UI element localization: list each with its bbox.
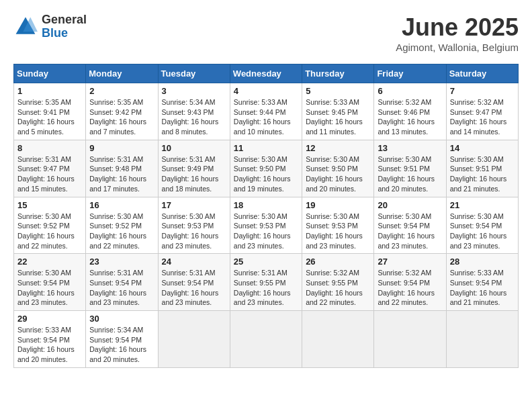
day-info: Sunrise: 5:30 AMSunset: 9:53 PMDaylight:… [234,212,291,250]
day-info: Sunrise: 5:30 AMSunset: 9:52 PMDaylight:… [17,212,75,250]
logo-general: General [42,13,87,27]
day-number: 11 [234,143,298,153]
day-info: Sunrise: 5:32 AMSunset: 9:54 PMDaylight:… [378,269,435,306]
day-info: Sunrise: 5:30 AMSunset: 9:53 PMDaylight:… [162,212,219,250]
calendar-cell: 19 Sunrise: 5:30 AMSunset: 9:53 PMDaylig… [302,197,374,254]
day-info: Sunrise: 5:30 AMSunset: 9:51 PMDaylight:… [450,155,507,193]
day-info: Sunrise: 5:33 AMSunset: 9:54 PMDaylight:… [17,326,75,363]
header-thursday: Thursday [302,64,374,83]
calendar-week-row: 22 Sunrise: 5:30 AMSunset: 9:54 PMDaylig… [14,254,519,311]
day-info: Sunrise: 5:30 AMSunset: 9:53 PMDaylight:… [306,212,363,250]
calendar-cell: 10 Sunrise: 5:31 AMSunset: 9:49 PMDaylig… [158,140,230,197]
calendar-cell: 25 Sunrise: 5:31 AMSunset: 9:55 PMDaylig… [230,254,302,311]
header-saturday: Saturday [446,64,518,83]
day-number: 1 [17,86,82,96]
day-number: 3 [162,86,226,96]
day-info: Sunrise: 5:35 AMSunset: 9:42 PMDaylight:… [89,98,146,136]
day-number: 10 [162,143,226,153]
day-info: Sunrise: 5:31 AMSunset: 9:54 PMDaylight:… [89,269,146,306]
day-info: Sunrise: 5:30 AMSunset: 9:54 PMDaylight:… [17,269,75,306]
day-info: Sunrise: 5:33 AMSunset: 9:54 PMDaylight:… [450,269,507,306]
day-number: 30 [89,314,154,324]
day-number: 14 [450,143,515,153]
calendar-cell: 5 Sunrise: 5:33 AMSunset: 9:45 PMDayligh… [302,83,374,140]
day-info: Sunrise: 5:32 AMSunset: 9:47 PMDaylight:… [450,98,507,136]
day-number: 28 [450,257,515,267]
day-info: Sunrise: 5:30 AMSunset: 9:50 PMDaylight:… [306,155,363,193]
calendar-table: Sunday Monday Tuesday Wednesday Thursday… [13,64,519,368]
day-info: Sunrise: 5:32 AMSunset: 9:55 PMDaylight:… [306,269,363,306]
logo-icon [13,15,38,39]
day-info: Sunrise: 5:30 AMSunset: 9:52 PMDaylight:… [89,212,146,250]
day-info: Sunrise: 5:30 AMSunset: 9:54 PMDaylight:… [450,212,507,250]
calendar-cell [374,311,446,368]
day-number: 8 [17,143,82,153]
calendar-cell: 6 Sunrise: 5:32 AMSunset: 9:46 PMDayligh… [374,83,446,140]
calendar-cell: 27 Sunrise: 5:32 AMSunset: 9:54 PMDaylig… [374,254,446,311]
day-number: 20 [378,200,442,210]
calendar-cell: 23 Sunrise: 5:31 AMSunset: 9:54 PMDaylig… [86,254,158,311]
calendar-cell: 3 Sunrise: 5:34 AMSunset: 9:43 PMDayligh… [158,83,230,140]
calendar-week-row: 1 Sunrise: 5:35 AMSunset: 9:41 PMDayligh… [14,83,519,140]
day-info: Sunrise: 5:31 AMSunset: 9:48 PMDaylight:… [89,155,146,193]
calendar-week-row: 8 Sunrise: 5:31 AMSunset: 9:47 PMDayligh… [14,140,519,197]
calendar-cell: 1 Sunrise: 5:35 AMSunset: 9:41 PMDayligh… [14,83,86,140]
day-number: 15 [17,200,82,210]
calendar-cell: 4 Sunrise: 5:33 AMSunset: 9:44 PMDayligh… [230,83,302,140]
day-number: 21 [450,200,515,210]
calendar-cell [302,311,374,368]
calendar-header-row: Sunday Monday Tuesday Wednesday Thursday… [14,64,519,83]
day-info: Sunrise: 5:33 AMSunset: 9:44 PMDaylight:… [234,98,291,136]
calendar-cell: 29 Sunrise: 5:33 AMSunset: 9:54 PMDaylig… [14,311,86,368]
day-number: 7 [450,86,515,96]
header-sunday: Sunday [14,64,86,83]
calendar-cell: 7 Sunrise: 5:32 AMSunset: 9:47 PMDayligh… [446,83,518,140]
day-info: Sunrise: 5:31 AMSunset: 9:55 PMDaylight:… [234,269,291,306]
calendar-cell: 8 Sunrise: 5:31 AMSunset: 9:47 PMDayligh… [14,140,86,197]
location-subtitle: Agimont, Wallonia, Belgium [396,42,519,53]
day-number: 12 [306,143,370,153]
day-number: 9 [89,143,154,153]
calendar-cell [158,311,230,368]
day-info: Sunrise: 5:32 AMSunset: 9:46 PMDaylight:… [378,98,435,136]
day-number: 16 [89,200,154,210]
header-tuesday: Tuesday [158,64,230,83]
month-title: June 2025 [396,13,519,42]
calendar-cell: 18 Sunrise: 5:30 AMSunset: 9:53 PMDaylig… [230,197,302,254]
calendar-cell: 24 Sunrise: 5:31 AMSunset: 9:54 PMDaylig… [158,254,230,311]
day-info: Sunrise: 5:31 AMSunset: 9:54 PMDaylight:… [162,269,219,306]
calendar-cell: 20 Sunrise: 5:30 AMSunset: 9:54 PMDaylig… [374,197,446,254]
calendar-cell: 28 Sunrise: 5:33 AMSunset: 9:54 PMDaylig… [446,254,518,311]
calendar-cell [230,311,302,368]
day-number: 27 [378,257,442,267]
calendar-cell: 22 Sunrise: 5:30 AMSunset: 9:54 PMDaylig… [14,254,86,311]
day-number: 18 [234,200,298,210]
calendar-cell: 16 Sunrise: 5:30 AMSunset: 9:52 PMDaylig… [86,197,158,254]
day-number: 2 [89,86,154,96]
day-number: 25 [234,257,298,267]
title-block: June 2025 Agimont, Wallonia, Belgium [396,13,519,53]
day-info: Sunrise: 5:34 AMSunset: 9:43 PMDaylight:… [162,98,219,136]
calendar-cell: 11 Sunrise: 5:30 AMSunset: 9:50 PMDaylig… [230,140,302,197]
logo: General Blue [13,13,87,40]
calendar-week-row: 15 Sunrise: 5:30 AMSunset: 9:52 PMDaylig… [14,197,519,254]
day-number: 29 [17,314,82,324]
day-info: Sunrise: 5:34 AMSunset: 9:54 PMDaylight:… [89,326,146,363]
day-number: 17 [162,200,226,210]
calendar-cell: 21 Sunrise: 5:30 AMSunset: 9:54 PMDaylig… [446,197,518,254]
day-info: Sunrise: 5:30 AMSunset: 9:54 PMDaylight:… [378,212,435,250]
calendar-cell: 17 Sunrise: 5:30 AMSunset: 9:53 PMDaylig… [158,197,230,254]
day-number: 26 [306,257,370,267]
header-monday: Monday [86,64,158,83]
day-number: 13 [378,143,442,153]
day-info: Sunrise: 5:30 AMSunset: 9:51 PMDaylight:… [378,155,435,193]
calendar-cell: 30 Sunrise: 5:34 AMSunset: 9:54 PMDaylig… [86,311,158,368]
logo-text: General Blue [42,13,87,40]
day-number: 23 [89,257,154,267]
calendar-week-row: 29 Sunrise: 5:33 AMSunset: 9:54 PMDaylig… [14,311,519,368]
calendar-cell: 13 Sunrise: 5:30 AMSunset: 9:51 PMDaylig… [374,140,446,197]
calendar-cell: 26 Sunrise: 5:32 AMSunset: 9:55 PMDaylig… [302,254,374,311]
header-wednesday: Wednesday [230,64,302,83]
day-number: 5 [306,86,370,96]
header-friday: Friday [374,64,446,83]
